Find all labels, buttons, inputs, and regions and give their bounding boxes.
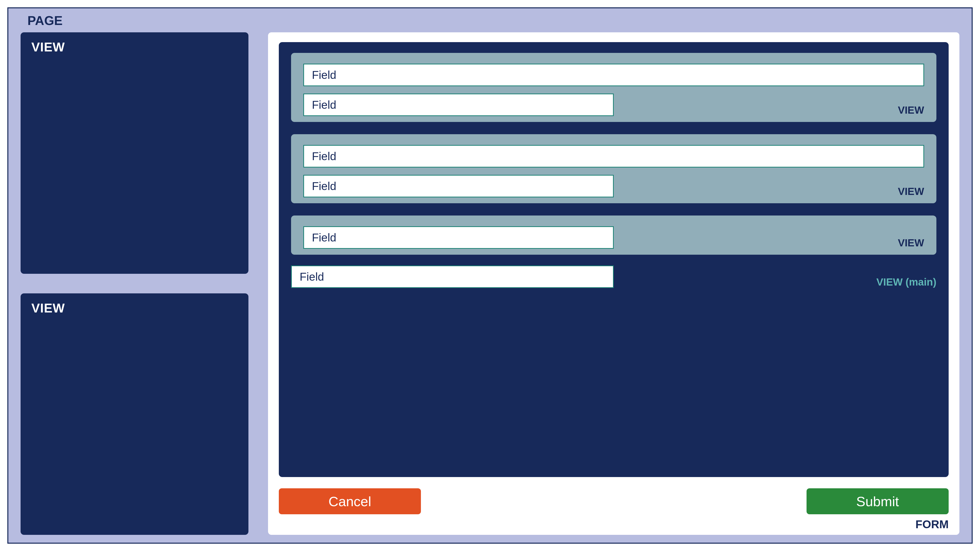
page-container: PAGE VIEW VIEW Field Field VIEW <box>7 7 973 544</box>
sidebar-view-label: VIEW <box>31 40 238 54</box>
view-tag: VIEW <box>619 186 924 197</box>
sidebar-view-label: VIEW <box>31 301 238 315</box>
view-tag: VIEW <box>619 104 924 116</box>
view-tag: VIEW <box>619 237 924 249</box>
page-body: VIEW VIEW Field Field VIEW Field F <box>21 32 959 535</box>
field-input[interactable]: Field <box>303 175 614 197</box>
field-input[interactable]: Field <box>303 94 614 116</box>
field-input[interactable]: Field <box>291 265 614 288</box>
form-buttons: Cancel Submit <box>279 488 949 514</box>
field-input[interactable]: Field <box>303 64 924 86</box>
page-label: PAGE <box>27 13 959 28</box>
sidebar-view-1: VIEW <box>21 32 248 274</box>
form-view-3: Field VIEW <box>291 216 936 255</box>
form-main-view: Field Field VIEW Field Field VIEW Fie <box>279 42 949 477</box>
submit-button[interactable]: Submit <box>807 488 949 514</box>
form-view-2: Field Field VIEW <box>291 134 936 203</box>
form-label: FORM <box>279 518 949 531</box>
view-main-tag: VIEW (main) <box>619 276 936 288</box>
form-container: Field Field VIEW Field Field VIEW Fie <box>268 32 959 535</box>
field-input[interactable]: Field <box>303 226 614 249</box>
cancel-button[interactable]: Cancel <box>279 488 421 514</box>
sidebar-view-2: VIEW <box>21 294 248 535</box>
sidebar: VIEW VIEW <box>21 32 248 535</box>
form-view-1: Field Field VIEW <box>291 53 936 122</box>
field-input[interactable]: Field <box>303 145 924 167</box>
